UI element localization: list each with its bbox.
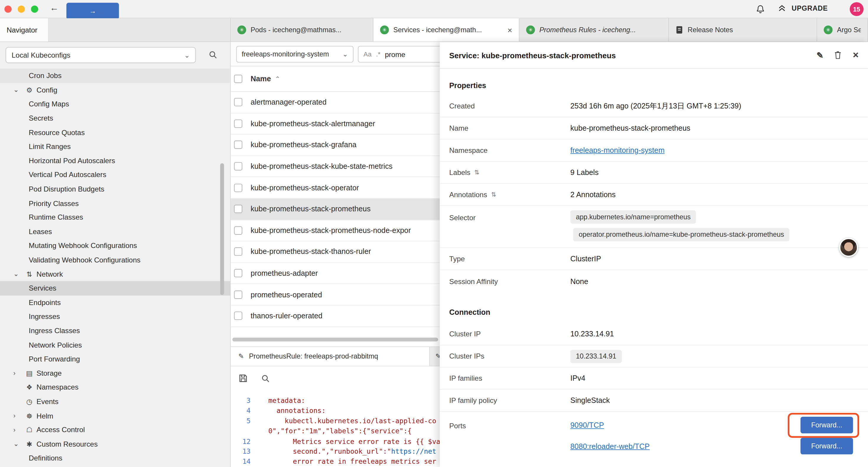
tab-services[interactable]: ✳ Services - icecheng@math... × [373, 18, 519, 42]
dock-tab-prometheusrule[interactable]: ✎ PrometheusRule: freeleaps-prod-rabbitm… [231, 347, 430, 366]
match-case-toggle[interactable]: Aa [363, 50, 372, 58]
sidebar-item[interactable]: Port Forwarding [0, 352, 230, 366]
select-all-checkbox[interactable] [234, 75, 242, 83]
yaml-editor[interactable]: 3 metadata: 4 annotations: 5 kubectl.kub… [231, 390, 440, 467]
sidebar-item[interactable]: › ▤ Storage [0, 366, 230, 380]
close-tab-icon[interactable]: × [507, 25, 512, 35]
user-avatar[interactable] [839, 238, 858, 257]
regex-toggle[interactable]: .* [376, 50, 380, 58]
sidebar-item-label: Config [37, 86, 57, 94]
table-row[interactable]: kube-prometheus-stack-operator [231, 177, 440, 199]
tab-pods[interactable]: ✳ Pods - icecheng@mathmas... [231, 18, 373, 42]
table-row[interactable]: kube-prometheus-stack-alertmanager [231, 113, 440, 135]
sidebar-item[interactable]: Vertical Pod Autoscalers [0, 168, 230, 182]
table-row[interactable]: kube-prometheus-stack-grafana [231, 135, 440, 156]
sidebar-item[interactable]: Endpoints [0, 295, 230, 310]
row-checkbox[interactable] [234, 290, 242, 298]
row-checkbox[interactable] [234, 162, 242, 171]
table-row[interactable]: alertmanager-operated [231, 92, 440, 113]
row-checkbox[interactable] [234, 312, 242, 320]
property-value: 9 Labels [570, 168, 599, 176]
back-button[interactable]: ← [50, 3, 59, 13]
horizontal-scrollbar[interactable] [232, 338, 438, 341]
sidebar-item[interactable]: Validating Webhook Configurations [0, 253, 230, 267]
sidebar-item[interactable]: Pod Disruption Budgets [0, 182, 230, 196]
row-checkbox[interactable] [234, 141, 242, 149]
edit-button[interactable]: ✎ [816, 50, 824, 60]
sidebar-item[interactable]: › ☖ Access Control [0, 423, 230, 437]
chevron-icon[interactable]: ⌄ [13, 440, 23, 448]
sidebar-item[interactable]: Secrets [0, 111, 230, 125]
editor-search-button[interactable] [261, 374, 270, 383]
row-checkbox[interactable] [234, 183, 242, 192]
sidebar-item[interactable]: Runtime Classes [0, 210, 230, 224]
namespace-link[interactable]: freeleaps-monitoring-system [570, 146, 665, 154]
sidebar-item[interactable]: ❖ Namespaces [0, 380, 230, 395]
search-input[interactable]: Aa .* prome [358, 46, 440, 62]
port-link-8080[interactable]: 8080:reloader-web/TCP [570, 442, 650, 450]
navigator-header[interactable]: Navigator [0, 18, 49, 42]
expand-sort-icon[interactable]: ⇅ [474, 169, 479, 176]
sidebar-item[interactable]: Services [0, 281, 230, 295]
forward-button[interactable]: → [66, 3, 119, 19]
table-row[interactable]: prometheus-adapter [231, 263, 440, 284]
table-row[interactable]: thanos-ruler-operated [231, 305, 440, 327]
chevron-icon[interactable]: ⌄ [13, 86, 23, 94]
sidebar-item[interactable]: Network Policies [0, 338, 230, 352]
sidebar-item[interactable]: Resource Quotas [0, 125, 230, 140]
chevron-icon[interactable]: › [13, 369, 23, 377]
traffic-light-zoom[interactable] [31, 6, 38, 13]
chevron-icon[interactable]: ⌄ [13, 270, 23, 278]
table-row[interactable]: kube-prometheus-stack-kube-state-metrics [231, 156, 440, 177]
table-row[interactable]: kube-prometheus-stack-prometheus-node-ex… [231, 220, 440, 241]
tab-prometheus-rules[interactable]: ✳ Prometheus Rules - icecheng... [519, 18, 669, 42]
sidebar-item[interactable]: ⌄ ⇅ Network [0, 267, 230, 281]
sidebar-item[interactable]: Horizontal Pod Autoscalers [0, 154, 230, 168]
table-row[interactable]: prometheus-operated [231, 284, 440, 305]
row-checkbox[interactable] [234, 98, 242, 107]
traffic-light-close[interactable] [4, 6, 11, 13]
delete-button[interactable] [834, 50, 842, 60]
upgrade-button[interactable]: UPGRADE [777, 3, 828, 13]
sidebar-search-icon[interactable] [209, 50, 217, 59]
sidebar-item[interactable]: Ingress Classes [0, 324, 230, 338]
row-checkbox[interactable] [234, 269, 242, 277]
row-checkbox[interactable] [234, 205, 242, 213]
row-checkbox[interactable] [234, 248, 242, 256]
name-column-header[interactable]: Name [251, 75, 271, 83]
row-checkbox[interactable] [234, 226, 242, 235]
dock-tab-overflow[interactable]: ✎ [430, 347, 440, 366]
sidebar-item[interactable]: Ingresses [0, 310, 230, 324]
row-checkbox[interactable] [234, 119, 242, 128]
notifications-bell-icon[interactable] [756, 4, 765, 14]
sidebar-item[interactable]: Definitions [0, 451, 230, 465]
namespace-filter-select[interactable]: freeleaps-monitoring-system ⌄ [236, 46, 354, 62]
sidebar-item[interactable]: Limit Ranges [0, 140, 230, 154]
sidebar-item[interactable]: Config Maps [0, 97, 230, 111]
port-link-9090[interactable]: 9090/TCP [570, 421, 604, 429]
notification-badge[interactable]: 15 [850, 2, 864, 16]
sidebar-item[interactable]: Cron Jobs [0, 68, 230, 83]
traffic-light-minimize[interactable] [18, 6, 25, 13]
close-panel-button[interactable]: × [852, 49, 859, 61]
table-row[interactable]: kube-prometheus-stack-prometheus [231, 199, 440, 220]
table-row[interactable]: kube-prometheus-stack-thanos-ruler [231, 241, 440, 263]
sidebar-item[interactable]: ⌄ ✱ Custom Resources [0, 437, 230, 451]
sidebar-item[interactable]: Priority Classes [0, 196, 230, 210]
tab-release-notes[interactable]: Release Notes [669, 18, 817, 42]
sidebar-item[interactable]: ◷ Events [0, 394, 230, 408]
sort-caret-icon[interactable]: ⌃ [275, 75, 280, 83]
chevron-icon[interactable]: › [13, 412, 23, 419]
sidebar-scrollbar[interactable] [220, 163, 224, 295]
sidebar-item[interactable]: ⌄ ⚙ Config [0, 83, 230, 97]
line-number: 5 [231, 416, 251, 426]
save-button[interactable] [239, 374, 248, 383]
kubeconfig-selector[interactable]: Local Kubeconfigs ⌄ [6, 47, 196, 63]
sidebar-item[interactable]: Leases [0, 224, 230, 238]
forward-button-8080[interactable]: Forward... [801, 438, 853, 454]
chevron-icon[interactable]: › [13, 426, 23, 434]
sidebar-item[interactable]: › ☸ Helm [0, 408, 230, 423]
tab-argo[interactable]: ✳ Argo Se [817, 18, 868, 42]
expand-sort-icon[interactable]: ⇅ [491, 191, 496, 198]
sidebar-item[interactable]: Mutating Webhook Configurations [0, 238, 230, 253]
